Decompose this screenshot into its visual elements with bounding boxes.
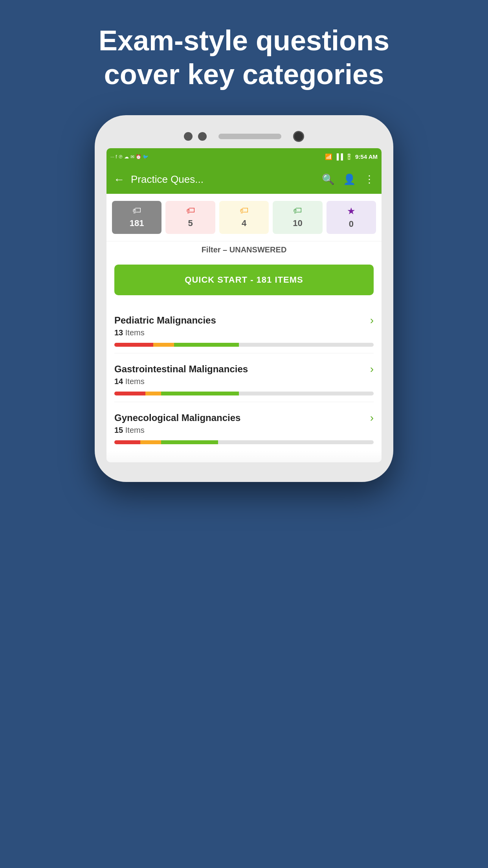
filter-label: Filter – UNANSWERED xyxy=(106,241,382,258)
app-header-title: Practice Ques... xyxy=(131,173,316,186)
phone-screen: ··· f ℗ ☁ ✉ ⏰ 🐦 📶 ▐▐ 🔋 9:54 AM ← Practic… xyxy=(106,148,382,462)
phone-hardware-top xyxy=(106,131,382,142)
category-header: Pediatric Malignancies › xyxy=(114,314,374,327)
chip-red-icon: 🏷 xyxy=(186,206,195,216)
category-items-count: 13 Items xyxy=(114,328,374,337)
quick-start-section: QUICK START - 181 ITEMS xyxy=(106,258,382,305)
filter-chips: 🏷 181 🏷 5 🏷 4 🏷 10 xyxy=(106,194,382,241)
chip-star-icon: ★ xyxy=(347,206,356,217)
category-items-count: 15 Items xyxy=(114,426,374,435)
profile-icon[interactable]: 👤 xyxy=(343,173,356,186)
category-name: Gynecological Malignancies xyxy=(114,412,240,423)
category-name: Gastrointestinal Malignancies xyxy=(114,364,248,375)
category-chevron: › xyxy=(370,412,374,424)
phone-shell: ··· f ℗ ☁ ✉ ⏰ 🐦 📶 ▐▐ 🔋 9:54 AM ← Practic… xyxy=(95,115,393,482)
app-header: ← Practice Ques... 🔍 👤 ⋮ xyxy=(106,166,382,194)
chip-yellow-count: 4 xyxy=(242,218,246,228)
page-headline: Exam-style questions cover key categorie… xyxy=(0,0,488,107)
chip-yellow-icon: 🏷 xyxy=(240,206,248,216)
progress-green xyxy=(161,392,239,395)
filter-chip-all[interactable]: 🏷 181 xyxy=(112,201,161,234)
progress-red xyxy=(114,440,140,444)
wifi-icon: 📶 xyxy=(325,153,332,160)
progress-green xyxy=(161,440,218,444)
progress-bar xyxy=(114,440,374,444)
camera-dot-1 xyxy=(184,132,193,141)
search-icon[interactable]: 🔍 xyxy=(322,173,334,186)
category-header: Gynecological Malignancies › xyxy=(114,412,374,424)
categories-list: Pediatric Malignancies › 13 Items xyxy=(106,305,382,451)
chip-star-count: 0 xyxy=(349,219,354,229)
status-bar: ··· f ℗ ☁ ✉ ⏰ 🐦 📶 ▐▐ 🔋 9:54 AM xyxy=(106,148,382,166)
phone-cameras xyxy=(184,132,207,141)
headline-text: Exam-style questions cover key categorie… xyxy=(31,24,457,92)
filter-chip-red[interactable]: 🏷 5 xyxy=(165,201,215,234)
progress-red xyxy=(114,392,145,395)
phone-speaker xyxy=(218,134,281,139)
category-chevron: › xyxy=(370,314,374,327)
bottom-fade xyxy=(106,451,382,462)
category-item[interactable]: Gynecological Malignancies › 15 Items xyxy=(114,402,374,451)
more-icon[interactable]: ⋮ xyxy=(364,173,374,186)
status-time: 9:54 AM xyxy=(355,153,378,160)
quick-start-button[interactable]: QUICK START - 181 ITEMS xyxy=(114,265,374,295)
filter-chip-yellow[interactable]: 🏷 4 xyxy=(219,201,269,234)
progress-yellow xyxy=(153,343,174,347)
filter-chip-star[interactable]: ★ 0 xyxy=(327,201,376,234)
category-name: Pediatric Malignancies xyxy=(114,315,216,326)
progress-bar xyxy=(114,343,374,347)
progress-green xyxy=(174,343,239,347)
chip-all-count: 181 xyxy=(130,218,144,228)
back-button[interactable]: ← xyxy=(114,173,125,186)
status-icons: ··· f ℗ ☁ ✉ ⏰ 🐦 xyxy=(110,154,149,160)
progress-red xyxy=(114,343,153,347)
status-bar-right: 📶 ▐▐ 🔋 9:54 AM xyxy=(325,153,378,160)
header-icons: 🔍 👤 ⋮ xyxy=(322,173,374,186)
chip-all-icon: 🏷 xyxy=(132,206,141,216)
chip-red-count: 5 xyxy=(188,218,193,228)
category-chevron: › xyxy=(370,363,374,375)
progress-bar xyxy=(114,392,374,395)
front-camera xyxy=(293,131,304,142)
category-item[interactable]: Pediatric Malignancies › 13 Items xyxy=(114,305,374,353)
progress-yellow xyxy=(140,440,161,444)
chip-green-count: 10 xyxy=(293,218,302,228)
category-item[interactable]: Gastrointestinal Malignancies › 14 Items xyxy=(114,353,374,402)
category-header: Gastrointestinal Malignancies › xyxy=(114,363,374,375)
phone-wrapper: ··· f ℗ ☁ ✉ ⏰ 🐦 📶 ▐▐ 🔋 9:54 AM ← Practic… xyxy=(0,107,488,482)
signal-icon: ▐▐ xyxy=(335,153,343,160)
progress-yellow xyxy=(145,392,161,395)
battery-icon: 🔋 xyxy=(345,153,353,160)
filter-prefix: Filter – xyxy=(202,245,229,254)
chip-green-icon: 🏷 xyxy=(293,206,302,216)
filter-value: UNANSWERED xyxy=(229,245,287,254)
filter-chip-green[interactable]: 🏷 10 xyxy=(273,201,322,234)
status-bar-left: ··· f ℗ ☁ ✉ ⏰ 🐦 xyxy=(110,154,149,160)
category-items-count: 14 Items xyxy=(114,377,374,386)
camera-dot-2 xyxy=(198,132,207,141)
